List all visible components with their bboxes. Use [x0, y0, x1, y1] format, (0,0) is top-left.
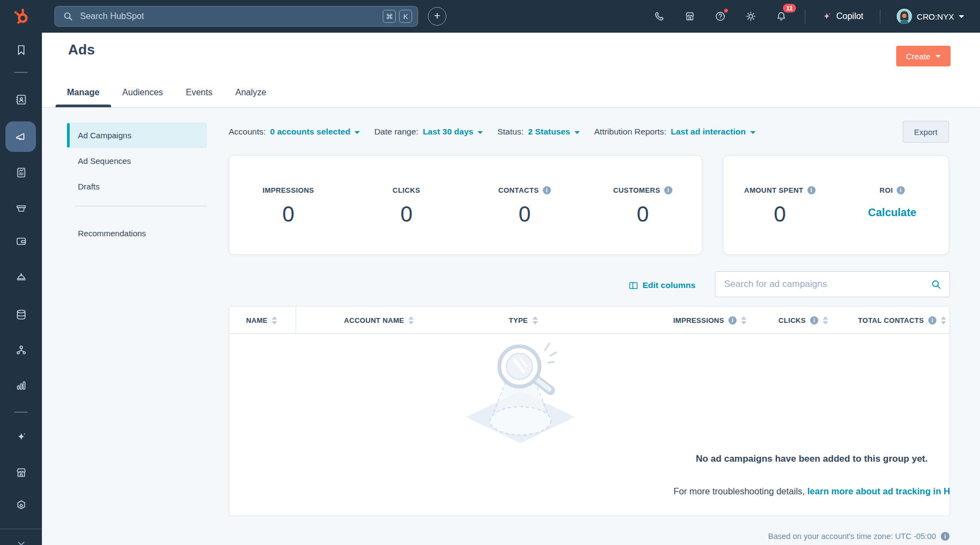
- metric-contacts: CONTACTSi 0: [465, 156, 584, 254]
- filter-label: Attribution Reports:: [594, 127, 666, 137]
- ads-subnav: Ad Campaigns Ad Sequences Drafts Recomme…: [67, 123, 207, 246]
- hubspot-ads-page: ⌘ K +: [0, 0, 980, 545]
- create-button-label: Create: [906, 52, 930, 61]
- metric-label: AMOUNT SPENT: [744, 186, 804, 194]
- metric-label: CUSTOMERS: [613, 186, 660, 194]
- metric-label: IMPRESSIONS: [262, 186, 314, 194]
- sidebar-divider: [14, 72, 28, 73]
- subnav-item-recommendations[interactable]: Recommendations: [67, 221, 207, 246]
- sidebar-item-automation[interactable]: [9, 338, 33, 362]
- subnav-item-ad-sequences[interactable]: Ad Sequences: [67, 148, 207, 174]
- topnav-icon-group: 11 Copilot: [652, 0, 964, 33]
- sidebar-item-marketing-active[interactable]: [5, 121, 36, 152]
- app-sidebar: [0, 33, 42, 545]
- hubspot-sprocket-icon[interactable]: [9, 5, 34, 27]
- tab-events[interactable]: Events: [174, 80, 224, 107]
- edit-columns-button[interactable]: Edit columns: [629, 274, 695, 296]
- campaign-search-input[interactable]: [724, 279, 930, 290]
- help-notification-dot: [723, 8, 729, 14]
- metric-value: 0: [400, 202, 412, 226]
- metric-label: ROI: [880, 186, 893, 194]
- copilot-sparkle-icon: [822, 11, 832, 22]
- caret-down-icon: [935, 55, 941, 58]
- sidebar-item-bookmarks[interactable]: [9, 38, 33, 62]
- topnav-divider: [880, 9, 880, 23]
- caret-down-icon: [574, 131, 580, 134]
- subnav-item-ad-campaigns[interactable]: Ad Campaigns: [67, 123, 207, 148]
- campaign-search-box[interactable]: [715, 271, 950, 297]
- sidebar-item-commerce[interactable]: [9, 197, 33, 221]
- info-icon[interactable]: i: [897, 186, 905, 194]
- sidebar-item-ai-sparkle[interactable]: [9, 425, 33, 449]
- marketplace-icon[interactable]: [683, 9, 697, 23]
- tab-analyze[interactable]: Analyze: [224, 80, 278, 107]
- metric-label: CONTACTS: [498, 186, 538, 194]
- columns-icon: [629, 281, 638, 290]
- sidebar-item-settings-hexagon[interactable]: [9, 493, 33, 517]
- sidebar-collapse-chevron-icon[interactable]: [9, 531, 33, 545]
- column-header-type[interactable]: TYPE: [480, 307, 567, 334]
- sidebar-divider: [14, 412, 28, 413]
- info-icon[interactable]: i: [664, 186, 672, 194]
- table-body: No ad campaigns have been added to this …: [229, 334, 950, 516]
- sidebar-item-payments-wallet[interactable]: [9, 229, 33, 253]
- top-navbar: ⌘ K +: [0, 0, 980, 33]
- caret-down-icon: [750, 131, 756, 134]
- spend-card: AMOUNT SPENTi 0 ROIi Calculate: [723, 155, 949, 255]
- column-label: TYPE: [509, 316, 528, 324]
- sidebar-item-crm-database[interactable]: [9, 303, 33, 327]
- column-header-name[interactable]: NAME: [246, 307, 277, 334]
- global-search-input[interactable]: [80, 11, 379, 21]
- calling-phone-icon[interactable]: [652, 9, 666, 23]
- tab-manage[interactable]: Manage: [56, 80, 111, 107]
- info-icon[interactable]: i: [941, 532, 950, 541]
- column-header-clicks[interactable]: CLICKS i: [708, 307, 828, 334]
- notifications-bell-icon[interactable]: 11: [774, 9, 788, 23]
- metric-clicks: CLICKS 0: [347, 156, 465, 254]
- column-header-total-contacts[interactable]: TOTAL CONTACTS i: [858, 307, 950, 334]
- metric-amount-spent: AMOUNT SPENTi 0: [724, 156, 836, 254]
- sidebar-item-reporting[interactable]: [9, 373, 33, 397]
- metric-value: 0: [282, 202, 294, 226]
- create-button[interactable]: Create: [896, 46, 951, 66]
- filter-attribution-reports[interactable]: Attribution Reports: Last ad interaction: [594, 127, 756, 137]
- global-search[interactable]: ⌘ K: [54, 6, 418, 27]
- user-avatar: [897, 9, 912, 24]
- metric-customers: CUSTOMERSi 0: [584, 156, 702, 254]
- tab-audiences[interactable]: Audiences: [111, 80, 175, 107]
- filter-value: Last 30 days: [422, 127, 473, 137]
- metric-value: 0: [774, 202, 786, 226]
- subnav-item-drafts[interactable]: Drafts: [67, 174, 207, 199]
- filter-date-range[interactable]: Date range: Last 30 days: [374, 127, 483, 137]
- filter-value: Last ad interaction: [671, 127, 746, 137]
- sidebar-item-service-bell[interactable]: [9, 264, 33, 288]
- filter-accounts[interactable]: Accounts: 0 accounts selected: [229, 127, 360, 137]
- settings-gear-icon[interactable]: [744, 9, 758, 23]
- column-label: ACCOUNT NAME: [344, 316, 404, 324]
- sidebar-item-marketplace[interactable]: [9, 461, 33, 485]
- copilot-button[interactable]: Copilot: [822, 11, 863, 22]
- account-menu[interactable]: CRO:NYX: [897, 9, 964, 24]
- help-icon[interactable]: [713, 9, 727, 23]
- sidebar-item-content[interactable]: [9, 161, 33, 185]
- info-icon[interactable]: i: [807, 186, 816, 194]
- quick-create-plus-button[interactable]: +: [428, 7, 446, 26]
- topnav-divider: [805, 9, 805, 23]
- metrics-card: IMPRESSIONS 0 CLICKS 0 CONTACTSi 0 CUSTO…: [229, 155, 702, 255]
- sidebar-item-contacts[interactable]: [9, 88, 33, 112]
- timezone-text: Based on your account's time zone: UTC -…: [768, 532, 936, 541]
- page-title: Ads: [68, 41, 95, 58]
- column-header-account-name[interactable]: ACCOUNT NAME: [316, 307, 442, 334]
- info-icon[interactable]: i: [928, 316, 936, 324]
- info-icon[interactable]: i: [543, 186, 551, 194]
- account-label: CRO:NYX: [917, 12, 954, 21]
- ad-campaigns-table: NAME ACCOUNT NAME TYPE IMPRESSIONS i: [229, 306, 950, 516]
- roi-calculate-link[interactable]: Calculate: [868, 206, 916, 219]
- metric-value: 0: [636, 202, 648, 226]
- column-label: CLICKS: [779, 316, 806, 324]
- info-icon[interactable]: i: [810, 316, 818, 324]
- subnav-divider: [75, 206, 207, 206]
- ad-tracking-learn-more-link[interactable]: learn more about ad tracking in H: [807, 486, 950, 496]
- export-button[interactable]: Export: [903, 121, 949, 143]
- filter-status[interactable]: Status: 2 Statuses: [497, 127, 580, 137]
